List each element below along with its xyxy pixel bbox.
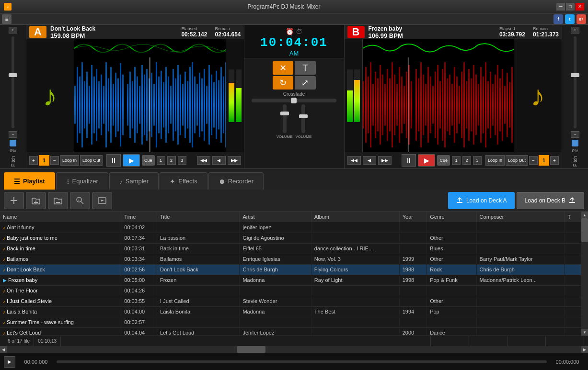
cue-2-right[interactable]: 2 bbox=[462, 156, 471, 165]
vertical-scrollbar[interactable]: ▲ ▼ bbox=[581, 212, 588, 336]
tab-equalizer[interactable]: ⫶ Equalizer bbox=[56, 172, 108, 190]
loop-out-right[interactable]: Loop Out bbox=[506, 155, 528, 166]
crossfade-slider[interactable] bbox=[252, 99, 336, 102]
bottom-play-button[interactable]: ▶ bbox=[4, 356, 15, 368]
vol-left-fader[interactable] bbox=[283, 104, 287, 133]
table-row[interactable]: ♪Let's Get Loud 00:04:04 Let's Get Loud … bbox=[0, 327, 581, 336]
scroll-thumb[interactable] bbox=[581, 218, 588, 242]
nav-fwd-left[interactable]: ▶▶ bbox=[228, 156, 241, 165]
add-track-button[interactable] bbox=[4, 192, 24, 209]
loop-num-left[interactable]: 1 bbox=[39, 155, 49, 166]
facebook-button[interactable]: f bbox=[553, 14, 563, 24]
cue-1-right[interactable]: 1 bbox=[452, 156, 461, 165]
remove-track-button[interactable] bbox=[48, 192, 68, 209]
table-row[interactable]: ♪Baby just come to me 00:07:34 La passio… bbox=[0, 233, 581, 243]
vol-right-fader[interactable] bbox=[301, 104, 305, 133]
nav-rew-right[interactable]: ◀◀ bbox=[347, 156, 361, 165]
play-btn-left[interactable]: ▶ bbox=[123, 154, 140, 167]
ab-btn-1[interactable]: ✕ bbox=[273, 61, 294, 75]
hscroll-thumb[interactable] bbox=[237, 346, 265, 353]
playlist-table[interactable]: Name Time Title Artist Album Year Genre … bbox=[0, 212, 581, 336]
table-row[interactable]: ♪Laisla Bonita 00:04:00 Laisla Bonita Ma… bbox=[0, 306, 581, 317]
ab-btn-4[interactable]: ⤢ bbox=[295, 76, 316, 90]
ab-btn-3[interactable]: ↻ bbox=[273, 76, 294, 90]
maximize-button[interactable]: □ bbox=[566, 3, 575, 11]
tab-recorder[interactable]: ⏺ Recorder bbox=[208, 172, 264, 190]
svg-rect-31 bbox=[146, 69, 148, 141]
cue-3-right[interactable]: 3 bbox=[473, 156, 482, 165]
scroll-up-arrow[interactable]: ▲ bbox=[581, 212, 588, 218]
convert-button[interactable] bbox=[92, 192, 112, 209]
loop-plus-left[interactable]: + bbox=[29, 156, 38, 165]
pitch-plus-right[interactable]: + bbox=[571, 27, 579, 34]
svg-rect-87 bbox=[387, 69, 388, 141]
track-genre: Blues bbox=[427, 243, 476, 254]
nav-back-left[interactable]: ◀ bbox=[212, 156, 226, 165]
loop-out-left[interactable]: Loop Out bbox=[80, 155, 103, 166]
table-row[interactable]: ♪Bailamos 00:03:34 Bailamos Enrique Igle… bbox=[0, 254, 581, 264]
deck-a-album-art: ♪ bbox=[26, 39, 74, 152]
loop-in-left[interactable]: Loop In bbox=[60, 155, 79, 166]
hscroll-right-arrow[interactable]: ▶ bbox=[581, 346, 588, 353]
minimize-button[interactable]: ─ bbox=[556, 3, 565, 11]
pitch-lock-left[interactable] bbox=[10, 140, 16, 146]
nav-back-right[interactable]: ◀ bbox=[363, 156, 376, 165]
loop-minus-left[interactable]: − bbox=[50, 156, 59, 165]
cue-3-left[interactable]: 3 bbox=[178, 156, 186, 165]
googleplus-button[interactable]: g+ bbox=[576, 14, 586, 24]
nav-rew-left[interactable]: ◀◀ bbox=[197, 156, 210, 165]
table-row[interactable]: ♪I Just Called Stevie 00:03:55 I Just Ca… bbox=[0, 296, 581, 306]
tab-sampler[interactable]: ♪ Sampler bbox=[109, 172, 159, 190]
menu-icon[interactable]: ≡ bbox=[2, 14, 12, 24]
cue-btn-right[interactable]: Cue bbox=[437, 155, 450, 166]
pitch-minus-left[interactable]: − bbox=[9, 131, 17, 138]
table-row[interactable]: ♪On The Floor 00:04:26 bbox=[0, 285, 581, 296]
close-button[interactable]: ✕ bbox=[576, 3, 584, 11]
pitch-handle-right[interactable] bbox=[571, 73, 579, 77]
pause-btn-right[interactable]: ⏸ bbox=[402, 154, 416, 167]
nav-fwd-right[interactable]: ▶▶ bbox=[378, 156, 392, 165]
pitch-plus-left[interactable]: + bbox=[9, 27, 17, 34]
load-deck-b-button[interactable]: Load on Deck B bbox=[517, 192, 584, 209]
deck-b-elapsed-block: Elapsed 03:39.792 bbox=[499, 26, 525, 38]
clock-ampm: AM bbox=[289, 50, 299, 57]
twitter-button[interactable]: t bbox=[565, 14, 575, 24]
tab-playlist-icon: ☰ bbox=[14, 178, 20, 185]
svg-rect-56 bbox=[206, 86, 208, 123]
cue-2-left[interactable]: 2 bbox=[167, 156, 176, 165]
svg-rect-81 bbox=[372, 84, 374, 125]
vol-left-handle[interactable] bbox=[280, 112, 289, 115]
status-cell-3 bbox=[61, 336, 431, 346]
tab-playlist[interactable]: ☰ Playlist bbox=[4, 172, 55, 190]
table-row[interactable]: ♪Back in time 00:03:31 Back in time Eiff… bbox=[0, 243, 581, 254]
pause-btn-left[interactable]: ⏸ bbox=[106, 154, 121, 167]
add-folder-button[interactable] bbox=[26, 192, 46, 209]
pitch-handle-left[interactable] bbox=[9, 73, 17, 77]
horizontal-scrollbar[interactable]: ◀ ▶ bbox=[0, 346, 588, 353]
loop-plus-right[interactable]: + bbox=[550, 156, 559, 165]
play-btn-right[interactable]: ▶ bbox=[418, 154, 435, 167]
hscroll-left-arrow[interactable]: ◀ bbox=[0, 346, 7, 353]
table-row[interactable]: ♪Don't Look Back 00:02:56 Don't Look Bac… bbox=[0, 264, 581, 275]
table-row[interactable]: ♪Summer Time - wave surfing 00:02:57 bbox=[0, 317, 581, 327]
pitch-lock-right[interactable] bbox=[572, 140, 578, 146]
loop-in-right[interactable]: Loop In bbox=[485, 155, 505, 166]
table-row[interactable]: ♪Aint it funny 00:04:02 jenifer lopez bbox=[0, 222, 581, 233]
crossfade-handle[interactable] bbox=[291, 98, 297, 103]
pitch-minus-right[interactable]: − bbox=[571, 131, 579, 138]
ab-btn-2[interactable]: T bbox=[295, 61, 316, 75]
load-deck-a-button[interactable]: Load on Deck A bbox=[448, 192, 515, 209]
svg-rect-148 bbox=[34, 202, 38, 203]
deck-a-wave-green bbox=[74, 39, 226, 57]
svg-rect-112 bbox=[449, 75, 450, 135]
scroll-down-arrow[interactable]: ▼ bbox=[581, 329, 588, 336]
vol-right-handle[interactable] bbox=[299, 114, 308, 118]
cue-btn-left[interactable]: Cue bbox=[142, 155, 155, 166]
tab-effects[interactable]: ✦ Effects bbox=[160, 172, 208, 190]
loop-num-right[interactable]: 1 bbox=[539, 155, 549, 166]
table-row[interactable]: ▶Frozen baby 00:05:00 Frozen Madonna Ray… bbox=[0, 275, 581, 285]
bottom-progress-bar[interactable] bbox=[57, 360, 547, 363]
loop-minus-right[interactable]: − bbox=[529, 156, 538, 165]
search-music-button[interactable]: ♪ bbox=[70, 192, 90, 209]
cue-1-left[interactable]: 1 bbox=[157, 156, 165, 165]
